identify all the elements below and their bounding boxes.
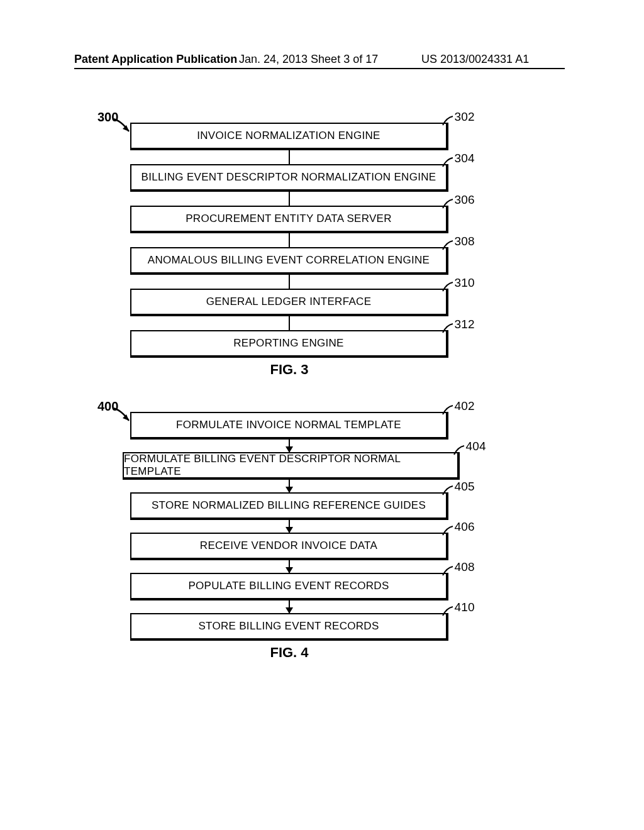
step-num-310: 310: [454, 276, 475, 290]
leader-curve-icon: [441, 281, 454, 292]
step-num-312: 312: [454, 318, 475, 331]
connector-arrow: [289, 560, 290, 573]
step-num-304: 304: [454, 152, 475, 165]
step-num-404: 404: [465, 440, 486, 453]
leader-curve-icon: [441, 115, 454, 126]
leader-curve-icon: [441, 240, 454, 251]
figure-3-caption: FIG. 3: [123, 362, 456, 378]
block-label: STORE BILLING EVENT RECORDS: [198, 620, 379, 633]
block-label: FORMULATE BILLING EVENT DESCRIPTOR NORMA…: [124, 453, 457, 478]
step-num-410: 410: [454, 600, 475, 614]
block-billing-descriptor-normalization: BILLING EVENT DESCRIPTOR NORMALIZATION E…: [130, 164, 448, 192]
block-label: RECEIVE VENDOR INVOICE DATA: [200, 540, 377, 552]
leader-curve-icon: [441, 323, 454, 334]
block-store-billing-records: STORE BILLING EVENT RECORDS 410: [130, 613, 448, 641]
step-num-405: 405: [454, 480, 475, 494]
step-num-308: 308: [454, 235, 475, 248]
step-num-302: 302: [454, 110, 475, 124]
block-procurement-data-server: PROCUREMENT ENTITY DATA SERVER 306: [130, 206, 448, 233]
step-num-306: 306: [454, 193, 475, 207]
leader-curve-icon: [441, 606, 454, 617]
step-num-408: 408: [454, 560, 475, 574]
block-label: PROCUREMENT ENTITY DATA SERVER: [186, 213, 392, 225]
step-num-406: 406: [454, 520, 475, 534]
leader-curve-icon: [441, 525, 454, 536]
connector-arrow: [289, 480, 290, 492]
block-reporting-engine: REPORTING ENGINE 312: [130, 330, 448, 358]
leader-curve-icon: [441, 485, 454, 496]
header-patent-number: US 2013/0024331 A1: [421, 53, 529, 66]
figure-3: 300 INVOICE NORMALIZATION ENGINE 302 BIL…: [123, 123, 456, 378]
block-general-ledger-interface: GENERAL LEDGER INTERFACE 310: [130, 289, 448, 316]
block-label: INVOICE NORMALIZATION ENGINE: [197, 130, 380, 142]
connector-line: [289, 316, 290, 330]
figure-4: 400 FORMULATE INVOICE NORMAL TEMPLATE 40…: [123, 412, 456, 661]
connector-line: [289, 233, 290, 247]
connector-line: [289, 192, 290, 206]
block-store-billing-reference-guides: STORE NORMALIZED BILLING REFERENCE GUIDE…: [130, 492, 448, 520]
page: Patent Application Publication Jan. 24, …: [0, 0, 644, 830]
connector-arrow: [289, 520, 290, 533]
connector-line: [289, 150, 290, 164]
header-rule: [74, 68, 565, 69]
block-label: GENERAL LEDGER INTERFACE: [206, 296, 372, 308]
leader-curve-icon: [441, 198, 454, 209]
connector-arrow: [289, 600, 290, 613]
figure-4-caption: FIG. 4: [123, 645, 456, 661]
leader-curve-icon: [441, 404, 454, 416]
leader-curve-icon: [453, 445, 465, 456]
block-populate-billing-records: POPULATE BILLING EVENT RECORDS 408: [130, 573, 448, 600]
block-formulate-billing-descriptor-template: FORMULATE BILLING EVENT DESCRIPTOR NORMA…: [123, 452, 460, 480]
leader-curve-icon: [441, 565, 454, 577]
block-receive-vendor-invoice-data: RECEIVE VENDOR INVOICE DATA 406: [130, 533, 448, 560]
block-anomalous-billing-correlation: ANOMALOUS BILLING EVENT CORRELATION ENGI…: [130, 247, 448, 275]
header-sheet-info: Jan. 24, 2013 Sheet 3 of 17: [239, 53, 378, 66]
block-label: REPORTING ENGINE: [233, 337, 343, 350]
block-label: STORE NORMALIZED BILLING REFERENCE GUIDE…: [152, 499, 426, 512]
header-publication: Patent Application Publication: [74, 53, 237, 66]
block-label: BILLING EVENT DESCRIPTOR NORMALIZATION E…: [142, 171, 436, 184]
block-invoice-normalization: INVOICE NORMALIZATION ENGINE 302: [130, 123, 448, 150]
block-formulate-invoice-template: FORMULATE INVOICE NORMAL TEMPLATE 402: [130, 412, 448, 440]
step-num-402: 402: [454, 399, 475, 413]
connector-arrow: [289, 440, 290, 452]
block-label: POPULATE BILLING EVENT RECORDS: [188, 580, 389, 592]
block-label: FORMULATE INVOICE NORMAL TEMPLATE: [176, 419, 401, 431]
leader-curve-icon: [441, 157, 454, 168]
block-label: ANOMALOUS BILLING EVENT CORRELATION ENGI…: [148, 254, 430, 267]
connector-line: [289, 275, 290, 289]
